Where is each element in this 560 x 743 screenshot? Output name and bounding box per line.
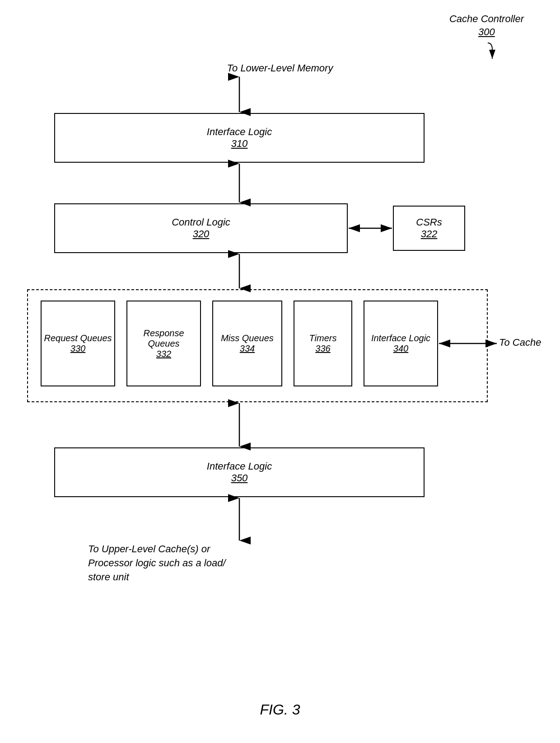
figure-label: FIG. 3 — [260, 701, 300, 718]
csrs-322-number: 322 — [421, 228, 438, 240]
request-queues-330-label: Request Queues — [44, 333, 112, 343]
to-upper-cache-label: To Upper-Level Cache(s) orProcessor logi… — [88, 542, 226, 584]
control-logic-320-number: 320 — [193, 228, 210, 240]
request-queues-330-box: Request Queues 330 — [41, 301, 115, 386]
miss-queues-334-label: Miss Queues — [221, 333, 274, 343]
interface-logic-340-number: 340 — [393, 343, 408, 354]
timers-336-number: 336 — [315, 343, 330, 354]
request-queues-330-number: 330 — [70, 343, 85, 354]
control-logic-320-box: Control Logic 320 — [54, 203, 348, 253]
response-queues-332-box: Response Queues 332 — [126, 301, 201, 386]
to-cache-label: To Cache — [499, 337, 541, 348]
miss-queues-334-box: Miss Queues 334 — [212, 301, 282, 386]
interface-logic-310-number: 310 — [231, 138, 248, 150]
cache-controller-label: Cache Controller 300 — [449, 13, 524, 38]
interface-logic-310-label: Interface Logic — [207, 126, 272, 138]
response-queues-332-label: Response Queues — [127, 328, 200, 349]
interface-logic-350-label: Interface Logic — [207, 461, 272, 472]
interface-logic-340-label: Interface Logic — [371, 333, 430, 343]
interface-logic-350-box: Interface Logic 350 — [54, 447, 425, 497]
csrs-322-label: CSRs — [416, 216, 442, 228]
interface-logic-350-number: 350 — [231, 472, 248, 484]
timers-336-label: Timers — [309, 333, 337, 343]
timers-336-box: Timers 336 — [294, 301, 352, 386]
control-logic-320-label: Control Logic — [172, 216, 230, 228]
miss-queues-334-number: 334 — [240, 343, 255, 354]
interface-logic-310-box: Interface Logic 310 — [54, 113, 425, 163]
to-lower-memory-label: To Lower-Level Memory — [227, 62, 333, 74]
response-queues-332-number: 332 — [156, 349, 171, 359]
csrs-322-box: CSRs 322 — [393, 206, 465, 251]
interface-logic-340-box: Interface Logic 340 — [364, 301, 438, 386]
